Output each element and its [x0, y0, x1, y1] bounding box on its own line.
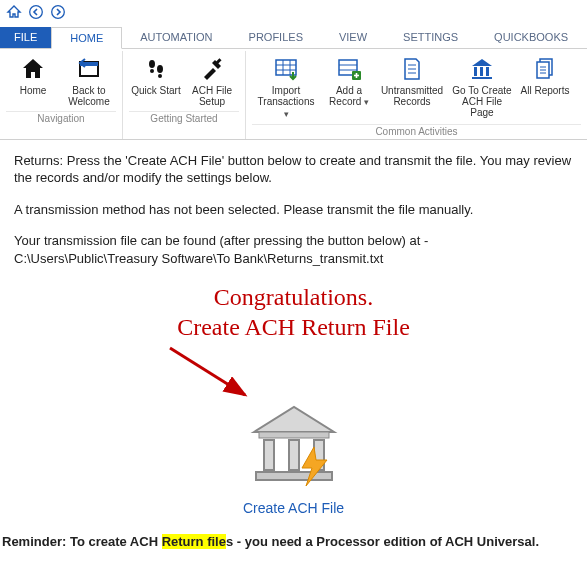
arrow-icon [150, 340, 350, 410]
reminder-pre: Reminder: To create ACH [2, 534, 162, 549]
home-icon[interactable] [6, 4, 22, 23]
tools-icon [199, 55, 225, 83]
ribbon-group-label: Getting Started [129, 111, 239, 124]
footsteps-icon [143, 55, 169, 83]
instruction-para-2: A transmission method has not been selec… [14, 201, 573, 219]
congrats-annotation: Congratulations. Create ACH Return File [0, 282, 587, 402]
bank-lightning-icon [244, 402, 344, 490]
bank-icon [469, 55, 495, 83]
congrats-line1: Congratulations. [0, 282, 587, 312]
tab-automation[interactable]: AUTOMATION [122, 27, 230, 48]
ribbon-label: Go To Create ACH File Page [450, 85, 514, 118]
add-record-icon [336, 55, 362, 83]
svg-point-0 [30, 6, 43, 19]
house-icon [20, 55, 46, 83]
ribbon-ach-setup-button[interactable]: ACH File Setup [185, 53, 239, 109]
ribbon-label: Add a Record [324, 85, 374, 108]
svg-point-5 [150, 69, 154, 73]
svg-rect-37 [256, 472, 332, 480]
ribbon-label: Untransmitted Records [380, 85, 444, 107]
ribbon-back-button[interactable]: Back to Welcome [62, 53, 116, 109]
reminder-post: s - you need a Processor edition of ACH … [226, 534, 539, 549]
reminder-highlight: Return file [162, 534, 226, 549]
ribbon-label: Quick Start [131, 85, 180, 96]
ribbon-label: Back to Welcome [64, 85, 114, 107]
svg-rect-33 [259, 432, 329, 438]
ribbon-goto-create-button[interactable]: Go To Create ACH File Page [448, 53, 516, 122]
tab-home[interactable]: HOME [51, 27, 122, 49]
instruction-para-1: Returns: Press the 'Create ACH File' but… [14, 152, 573, 187]
forward-icon[interactable] [50, 4, 66, 23]
ribbon-group-label: Navigation [6, 111, 116, 124]
tab-settings[interactable]: SETTINGS [385, 27, 476, 48]
instruction-block: Returns: Press the 'Create ACH File' but… [0, 140, 587, 268]
svg-rect-26 [472, 77, 492, 79]
ribbon-label: All Reports [521, 85, 570, 96]
quick-access-toolbar [0, 0, 587, 27]
document-lines-icon [399, 55, 425, 83]
back-icon[interactable] [28, 4, 44, 23]
tab-quickbooks[interactable]: QUICKBOOKS [476, 27, 586, 48]
reminder-note: Reminder: To create ACH Return files - y… [0, 530, 587, 555]
svg-point-1 [52, 6, 65, 19]
svg-point-4 [149, 60, 155, 68]
svg-rect-23 [474, 67, 477, 76]
svg-point-7 [158, 74, 162, 78]
create-ach-file-button[interactable]: Create ACH File [204, 402, 384, 516]
ribbon-untransmitted-button[interactable]: Untransmitted Records [378, 53, 446, 122]
ribbon-group-label: Common Activities [252, 124, 581, 137]
ribbon-group-common: Import Transactions Add a Record Untrans… [246, 51, 587, 139]
svg-line-32 [170, 348, 245, 395]
tab-strip: FILE HOME AUTOMATION PROFILES VIEW SETTI… [0, 27, 587, 49]
tab-view[interactable]: VIEW [321, 27, 385, 48]
ribbon-label: ACH File Setup [187, 85, 237, 107]
svg-rect-24 [480, 67, 483, 76]
ribbon-quick-start-button[interactable]: Quick Start [129, 53, 183, 109]
ribbon-all-reports-button[interactable]: All Reports [518, 53, 572, 122]
svg-point-6 [157, 65, 163, 73]
stacked-docs-icon [532, 55, 558, 83]
ribbon-import-button[interactable]: Import Transactions [252, 53, 320, 122]
congrats-line2: Create ACH Return File [0, 312, 587, 342]
ribbon-group-navigation: Home Back to Welcome Navigation [0, 51, 123, 139]
ribbon: Home Back to Welcome Navigation Quick St… [0, 49, 587, 140]
ribbon-group-getting-started: Quick Start ACH File Setup Getting Start… [123, 51, 246, 139]
tab-profiles[interactable]: PROFILES [231, 27, 321, 48]
svg-rect-25 [486, 67, 489, 76]
create-ach-file-caption: Create ACH File [243, 500, 344, 516]
ribbon-label: Home [20, 85, 47, 96]
tab-file[interactable]: FILE [0, 27, 51, 48]
ribbon-add-record-button[interactable]: Add a Record [322, 53, 376, 122]
grid-import-icon [273, 55, 299, 83]
back-welcome-icon [76, 55, 102, 83]
instruction-para-3: Your transmission file can be found (aft… [14, 232, 573, 267]
ribbon-label: Import Transactions [254, 85, 318, 120]
svg-rect-34 [264, 440, 274, 470]
ribbon-home-button[interactable]: Home [6, 53, 60, 109]
svg-rect-35 [289, 440, 299, 470]
